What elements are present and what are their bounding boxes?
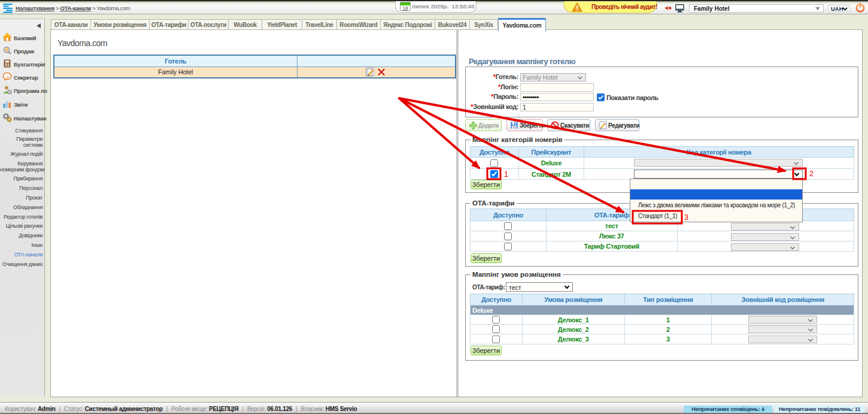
svg-text::): :) [6,75,8,78]
